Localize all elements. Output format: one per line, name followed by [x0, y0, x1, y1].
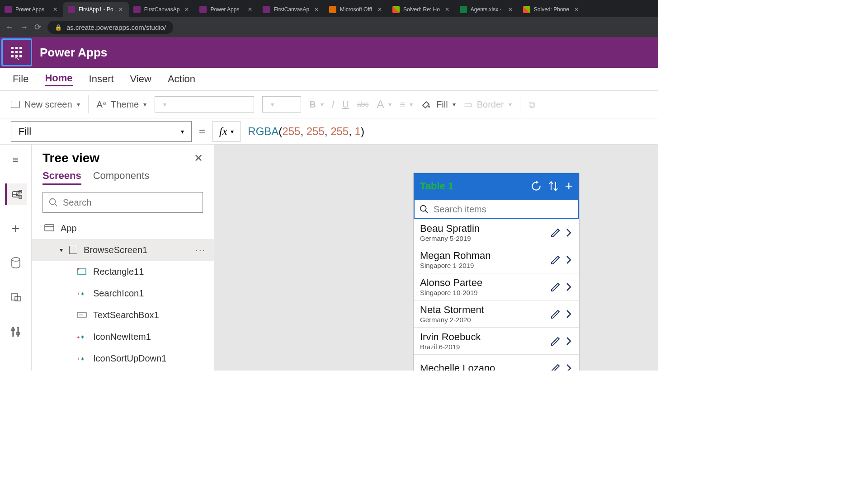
align-button[interactable]: ≡▾	[400, 99, 413, 110]
close-icon[interactable]: ✕	[194, 152, 203, 164]
item-name: Beau Spratlin	[420, 223, 547, 235]
browser-tab[interactable]: FirstCanvasAp✕	[258, 2, 325, 17]
tree-view-button[interactable]	[5, 183, 27, 205]
menu-file[interactable]: File	[13, 73, 28, 85]
search-icon	[48, 197, 58, 207]
tree-node[interactable]: TextSearchBox1	[32, 304, 214, 326]
edit-icon[interactable]	[550, 309, 561, 319]
edit-icon[interactable]	[550, 227, 561, 238]
item-name: Neta Storment	[420, 304, 547, 316]
browser-tab[interactable]: Microsoft Offi✕	[325, 2, 388, 17]
chevron-right-icon[interactable]	[565, 309, 573, 319]
fx-button[interactable]: fx ▾	[212, 121, 241, 142]
fx-icon: fx	[219, 125, 227, 137]
chevron-right-icon[interactable]	[565, 282, 573, 292]
font-select[interactable]: ▾	[155, 96, 254, 113]
close-icon[interactable]: ✕	[52, 6, 59, 13]
refresh-icon[interactable]	[530, 180, 542, 192]
browser-toolbar: ← → ⟳ 🔒 as.create.powerapps.com/studio/	[0, 17, 658, 37]
tree-node[interactable]: +✶IconSortUpDown1	[32, 347, 214, 369]
sort-icon[interactable]	[548, 180, 558, 192]
browser-tab[interactable]: Power Apps✕	[0, 2, 63, 17]
close-icon[interactable]: ✕	[443, 6, 451, 13]
add-icon[interactable]: +	[565, 178, 573, 194]
list-item[interactable]: Beau SpratlinGermany 5-2019	[414, 219, 579, 246]
close-icon[interactable]: ✕	[573, 6, 580, 13]
tree-tab-components[interactable]: Components	[93, 170, 150, 185]
canvas[interactable]: Table 1 + Search items Beau SpratlinGerm…	[214, 145, 658, 371]
tree-tab-screens[interactable]: Screens	[42, 170, 81, 185]
chevron-down-icon[interactable]: ▾	[60, 246, 63, 253]
favicon	[392, 6, 400, 13]
list-item[interactable]: Irvin RoebuckBrazil 6-2019	[414, 328, 579, 355]
hamburger-button[interactable]: ≡	[5, 149, 27, 171]
list-item[interactable]: Megan RohmanSingapore 1-2019	[414, 246, 579, 273]
tree-node-label: App	[61, 223, 77, 234]
browser-tab[interactable]: FirstCanvasAp✕	[129, 2, 195, 17]
tree-node-browsescreen[interactable]: ▾ BrowseScreen1 ···	[32, 239, 214, 261]
strike-button[interactable]: abc	[357, 100, 369, 108]
tree-search[interactable]	[42, 192, 203, 213]
tree-search-input[interactable]	[63, 197, 197, 208]
tree-node[interactable]: +✶IconNewItem1	[32, 326, 214, 347]
bold-button[interactable]: B▾	[309, 99, 323, 110]
browser-tab[interactable]: Power Apps✕	[195, 2, 258, 17]
chevron-right-icon[interactable]	[565, 363, 573, 371]
insert-button[interactable]: +	[5, 218, 27, 239]
tree-node[interactable]: +✶SearchIcon1	[32, 282, 214, 304]
browser-tab[interactable]: Solved: Phone✕	[519, 2, 585, 17]
close-icon[interactable]: ✕	[246, 6, 254, 13]
tree-node-app[interactable]: App	[32, 217, 214, 239]
reorder-icon[interactable]: ⧉	[528, 99, 535, 110]
back-button[interactable]: ←	[5, 23, 14, 32]
address-bar[interactable]: 🔒 as.create.powerapps.com/studio/	[47, 21, 173, 34]
more-icon[interactable]: ···	[195, 245, 206, 255]
edit-icon[interactable]	[550, 254, 561, 265]
chevron-right-icon[interactable]	[565, 254, 573, 265]
checkbox[interactable]	[69, 246, 77, 254]
new-screen-button[interactable]: New screen ▾	[11, 99, 80, 110]
list-item[interactable]: Mechelle Lozano	[414, 355, 579, 371]
underline-button[interactable]: U	[342, 99, 349, 110]
forward-button[interactable]: →	[20, 23, 28, 32]
list-item[interactable]: Alonso ParteeSingapore 10-2019	[414, 273, 579, 300]
menu-insert[interactable]: Insert	[89, 73, 114, 85]
size-select[interactable]: ▾	[262, 96, 301, 113]
font-color-button[interactable]: A▾	[377, 98, 392, 111]
edit-icon[interactable]	[550, 336, 561, 347]
app-launcher-button[interactable]: ↖	[1, 38, 32, 66]
menu-home[interactable]: Home	[45, 72, 72, 86]
close-icon[interactable]: ✕	[507, 6, 514, 13]
menu-action[interactable]: Action	[168, 73, 195, 85]
close-icon[interactable]: ✕	[376, 6, 383, 13]
svg-point-10	[50, 199, 56, 205]
browser-tab[interactable]: Solved: Re: Ho✕	[388, 2, 455, 17]
list-item[interactable]: Neta StormentGermany 2-2020	[414, 300, 579, 328]
menu-view[interactable]: View	[130, 73, 151, 85]
chevron-down-icon: ▾	[453, 101, 456, 108]
tools-button[interactable]	[5, 321, 27, 343]
fill-button[interactable]: Fill ▾	[421, 99, 456, 110]
reload-button[interactable]: ⟳	[34, 22, 41, 32]
formula-input[interactable]: RGBA(255, 255, 255, 1)	[248, 125, 364, 138]
tab-title: Agents.xlsx -	[471, 6, 503, 13]
border-button[interactable]: ▭ Border ▾	[464, 99, 512, 110]
tree-node[interactable]: Rectangle11	[32, 261, 214, 282]
edit-icon[interactable]	[550, 282, 561, 292]
close-icon[interactable]: ✕	[313, 6, 320, 13]
close-icon[interactable]: ✕	[183, 6, 190, 13]
svg-line-27	[425, 211, 428, 213]
close-icon[interactable]: ✕	[117, 6, 124, 13]
media-button[interactable]	[5, 286, 27, 308]
theme-button[interactable]: Aᵃ Theme ▾	[97, 99, 147, 110]
chevron-right-icon[interactable]	[565, 227, 573, 238]
app-search[interactable]: Search items	[414, 199, 579, 219]
edit-icon[interactable]	[550, 363, 561, 371]
browser-tab[interactable]: Agents.xlsx - ✕	[455, 2, 519, 17]
property-select[interactable]: Fill ▾	[11, 121, 192, 142]
data-button[interactable]	[5, 252, 27, 274]
tree-node-label: BrowseScreen1	[84, 245, 147, 255]
chevron-right-icon[interactable]	[565, 336, 573, 347]
browser-tab[interactable]: FirstApp1 - Po✕	[63, 2, 129, 17]
italic-button[interactable]: I	[332, 99, 335, 110]
